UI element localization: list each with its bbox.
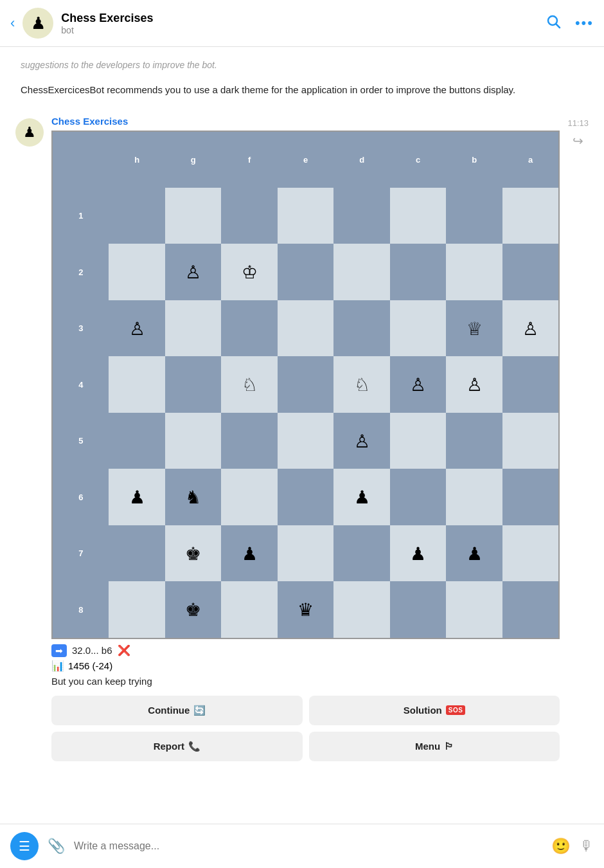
piece-r6f1: ♞	[185, 488, 201, 506]
piece-r6f4: ♟	[354, 488, 370, 506]
cell-r3f7: ♙	[502, 300, 558, 357]
file-label-e: e	[278, 132, 334, 188]
rating-value: 1456 (-24)	[68, 660, 112, 671]
continue-button[interactable]: Continue 🔄	[51, 696, 303, 725]
piece-r4f4: ♘	[354, 375, 370, 393]
file-label-b: b	[446, 132, 502, 188]
cell-r6f6	[446, 469, 502, 525]
input-bar: ☰ 📎 🙂 🎙	[0, 824, 604, 868]
cell-r3f4	[333, 300, 389, 357]
cell-r7f7	[502, 525, 558, 582]
cell-r4f6: ♙	[446, 356, 502, 413]
message-content: Chess Exercises hgfedcba12♙♔3♙♕♙4♘♘♙♙5♙6…	[51, 116, 560, 761]
cell-r7f0	[109, 525, 165, 582]
file-label-a: a	[502, 132, 558, 188]
cell-r8f6	[446, 581, 502, 637]
message-input[interactable]	[74, 840, 542, 852]
cell-r8f1: ♚	[165, 581, 221, 637]
cell-r1f6	[446, 188, 502, 244]
chess-message-row: ♟ Chess Exercises hgfedcba12♙♔3♙♕♙4♘♘♙♙5…	[15, 116, 589, 761]
chat-header: ‹ ♟ Chess Exercises bot •••	[0, 0, 604, 47]
compose-menu-button[interactable]: ☰	[10, 832, 39, 860]
move-arrow-icon: ➡	[51, 644, 67, 657]
piece-r8f1: ♚	[185, 601, 201, 619]
cell-r5f2	[221, 413, 278, 469]
sos-badge: SOS	[446, 705, 466, 715]
piece-r4f2: ♘	[242, 375, 258, 393]
emoji-icon[interactable]: 🙂	[551, 837, 571, 855]
continue-icon: 🔄	[193, 705, 206, 716]
move-notation: 32.0... b6	[72, 645, 112, 656]
continue-label: Continue	[148, 705, 190, 716]
cell-r4f4: ♘	[333, 356, 389, 413]
cell-r2f3	[278, 244, 334, 300]
piece-r7f1: ♚	[185, 545, 201, 563]
cell-r6f0: ♟	[109, 469, 165, 525]
rank-label-3: 3	[53, 300, 109, 357]
cell-r8f4	[333, 581, 389, 637]
cell-r4f5: ♙	[390, 356, 447, 413]
piece-r5f4: ♙	[354, 432, 370, 450]
cell-r3f5	[390, 300, 447, 357]
cell-r2f4	[333, 244, 389, 300]
file-label-f: f	[221, 132, 278, 188]
solution-label: Solution	[404, 705, 442, 716]
header-actions: •••	[546, 14, 594, 33]
chat-area: suggestions to the developers to improve…	[0, 47, 604, 824]
rank-label-5: 5	[53, 413, 109, 469]
piece-r4f5: ♙	[410, 375, 426, 393]
bot-recommendation: ChessExercicesBot recommends you to use …	[15, 83, 589, 98]
cell-r5f3	[278, 413, 334, 469]
cell-r8f2	[221, 581, 278, 637]
cell-r7f2: ♟	[221, 525, 278, 582]
piece-r6f0: ♟	[129, 488, 145, 506]
search-icon[interactable]	[546, 14, 561, 33]
bot-subtitle: bot	[61, 25, 546, 35]
svg-line-1	[556, 24, 560, 28]
cell-r2f7	[502, 244, 558, 300]
cell-r5f0	[109, 413, 165, 469]
report-label: Report	[154, 741, 184, 752]
solution-button[interactable]: Solution SOS	[309, 696, 560, 725]
cell-r6f7	[502, 469, 558, 525]
rank-label-8: 8	[53, 581, 109, 637]
cell-r8f5	[390, 581, 447, 637]
action-buttons: Continue 🔄 Solution SOS Report 📞 Menu 🏳	[51, 696, 560, 761]
cell-r7f5: ♟	[390, 525, 447, 582]
more-icon[interactable]: •••	[575, 15, 594, 32]
message-time: 11:13	[567, 118, 589, 128]
cell-r1f4	[333, 188, 389, 244]
cell-r1f1	[165, 188, 221, 244]
cell-r4f2: ♘	[221, 356, 278, 413]
file-label-d: d	[333, 132, 389, 188]
attach-icon[interactable]: 📎	[48, 838, 65, 854]
header-info: Chess Exercises bot	[61, 12, 546, 35]
trying-text: But you can keep trying	[51, 676, 560, 687]
cell-r7f6: ♟	[446, 525, 502, 582]
back-button[interactable]: ‹	[10, 15, 15, 32]
move-line: ➡ 32.0... b6 ❌	[51, 644, 560, 657]
wrong-icon: ❌	[118, 644, 130, 656]
cell-r3f0: ♙	[109, 300, 165, 357]
forward-icon[interactable]: ↪	[573, 133, 583, 149]
cell-r2f6	[446, 244, 502, 300]
cell-r5f6	[446, 413, 502, 469]
cell-r6f1: ♞	[165, 469, 221, 525]
cell-r5f5	[390, 413, 447, 469]
message-meta: 11:13 ↪	[567, 116, 589, 149]
cell-r3f1	[165, 300, 221, 357]
chess-board-wrapper: hgfedcba12♙♔3♙♕♙4♘♘♙♙5♙6♟♞♟7♚♟♟♟8♚♛	[51, 131, 560, 639]
cell-r7f1: ♚	[165, 525, 221, 582]
cell-r6f2	[221, 469, 278, 525]
cell-r4f0	[109, 356, 165, 413]
mic-icon[interactable]: 🎙	[580, 838, 594, 854]
menu-button[interactable]: Menu 🏳	[309, 732, 560, 761]
piece-r4f6: ♙	[466, 375, 483, 393]
cell-r2f1: ♙	[165, 244, 221, 300]
system-message: suggestions to the developers to improve…	[15, 60, 589, 70]
cell-r8f3: ♛	[278, 581, 334, 637]
rank-label-6: 6	[53, 469, 109, 525]
cell-r6f3	[278, 469, 334, 525]
rank-label-2: 2	[53, 244, 109, 300]
report-button[interactable]: Report 📞	[51, 732, 303, 761]
